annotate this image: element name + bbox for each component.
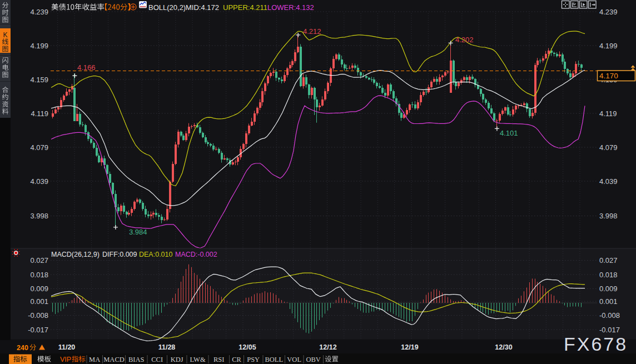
svg-text:-0.017: -0.017: [28, 326, 48, 334]
svg-text:FX678: FX678: [564, 333, 628, 355]
svg-text:4.170: 4.170: [599, 72, 618, 80]
svg-text:3.998: 3.998: [30, 212, 48, 220]
svg-text:0.009: 0.009: [599, 285, 618, 293]
svg-text:12/12: 12/12: [319, 343, 336, 351]
svg-text:4.202: 4.202: [455, 36, 474, 44]
svg-text:0.027: 0.027: [30, 256, 48, 265]
svg-text:BIAS: BIAS: [128, 356, 145, 363]
svg-text:4.079: 4.079: [599, 143, 618, 152]
svg-text:0.018: 0.018: [599, 271, 618, 279]
svg-text:0.027: 0.027: [599, 256, 618, 265]
svg-text:DIFF:0.009: DIFF:0.009: [102, 251, 137, 258]
svg-text:PSY: PSY: [247, 356, 260, 363]
svg-text:4.119: 4.119: [599, 109, 617, 118]
svg-text:240: 240: [17, 344, 28, 352]
svg-text:UPPER:4.211: UPPER:4.211: [223, 3, 267, 12]
svg-text:0.001: 0.001: [599, 297, 618, 306]
svg-text:4.039: 4.039: [599, 177, 618, 186]
svg-text:LOWER:4.132: LOWER:4.132: [267, 3, 314, 12]
svg-text:-0.008: -0.008: [599, 311, 620, 320]
svg-text:12/30: 12/30: [495, 343, 512, 351]
svg-text:4.199: 4.199: [30, 42, 48, 50]
svg-text:4.239: 4.239: [30, 8, 48, 16]
svg-text:-0.008: -0.008: [28, 311, 48, 320]
svg-text:4.212: 4.212: [303, 27, 321, 36]
svg-text:DEA:0.010: DEA:0.010: [139, 251, 173, 258]
svg-text:4.039: 4.039: [30, 177, 48, 186]
svg-text:4.239: 4.239: [599, 8, 618, 16]
svg-text:MACD:-0.002: MACD:-0.002: [175, 251, 217, 258]
svg-text:0.018: 0.018: [30, 271, 48, 279]
svg-text:-0.017: -0.017: [599, 326, 620, 334]
svg-text:12/19: 12/19: [401, 343, 418, 351]
svg-text:BOLL: BOLL: [265, 356, 283, 363]
svg-text:4.199: 4.199: [599, 42, 618, 50]
svg-text:MACD(26,12,9): MACD(26,12,9): [51, 251, 100, 258]
svg-text:CR: CR: [232, 356, 241, 363]
svg-text:0.009: 0.009: [30, 285, 48, 293]
svg-text:3.998: 3.998: [599, 212, 618, 220]
svg-text:K: K: [3, 31, 7, 39]
svg-text:VIP: VIP: [60, 356, 71, 363]
svg-text:0.001: 0.001: [30, 297, 48, 306]
svg-text:KDJ: KDJ: [171, 356, 183, 363]
svg-text:4.166: 4.166: [77, 63, 96, 72]
svg-text:MID:4.172: MID:4.172: [186, 3, 219, 12]
svg-text:4.101: 4.101: [500, 129, 518, 137]
svg-text:12/05: 12/05: [238, 343, 256, 351]
svg-text:4.079: 4.079: [30, 143, 48, 152]
svg-text:RSI: RSI: [213, 356, 224, 363]
svg-text:LW&: LW&: [190, 356, 206, 363]
svg-text:11/20: 11/20: [58, 343, 76, 351]
svg-text:11/28: 11/28: [158, 343, 176, 351]
svg-text:4.119: 4.119: [31, 109, 48, 118]
svg-text:OBV: OBV: [306, 356, 320, 363]
svg-text:VOL: VOL: [287, 356, 301, 363]
svg-text:BOLL(20,2): BOLL(20,2): [148, 3, 186, 12]
svg-text:MACD: MACD: [103, 356, 125, 363]
svg-text:MA: MA: [89, 356, 100, 363]
svg-text:3.984: 3.984: [129, 228, 147, 236]
svg-text:CCI: CCI: [151, 356, 163, 363]
svg-text:4.159: 4.159: [30, 76, 48, 84]
